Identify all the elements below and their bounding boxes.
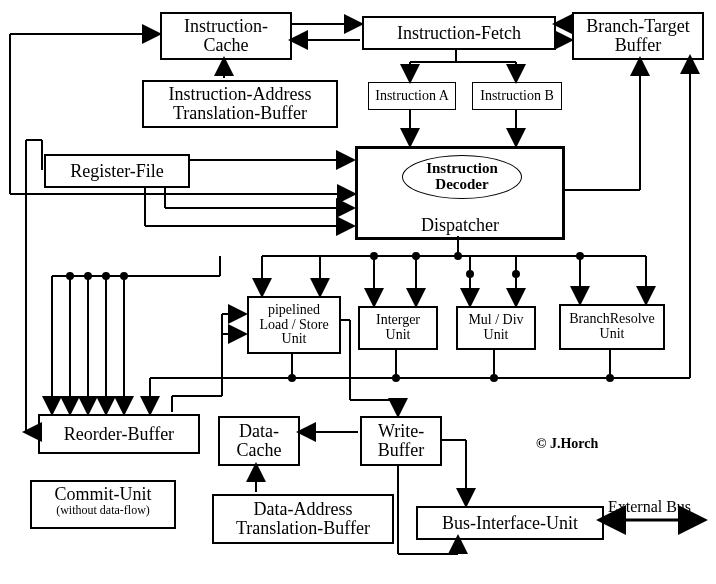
data-cache: Data- Cache — [218, 416, 300, 466]
instruction-b: Instruction B — [472, 82, 562, 110]
svg-point-51 — [121, 273, 127, 279]
dispatcher-label: Dispatcher — [358, 216, 562, 235]
svg-point-38 — [467, 271, 473, 277]
credit: © J.Horch — [536, 436, 598, 452]
data-address-translation-buffer: Data-Address Translation-Buffer — [212, 494, 394, 544]
svg-point-62 — [607, 375, 613, 381]
bus-interface-unit: Bus-Interface-Unit — [416, 506, 604, 540]
reorder-buffer: Reorder-Buffer — [38, 414, 200, 454]
svg-point-35 — [371, 253, 377, 259]
write-buffer: Write- Buffer — [360, 416, 442, 466]
svg-point-48 — [67, 273, 73, 279]
svg-point-40 — [577, 253, 583, 259]
pipelined-load-store-unit: pipelined Load / Store Unit — [247, 296, 341, 354]
branch-resolve-unit: BranchResolve Unit — [559, 304, 665, 350]
svg-point-60 — [393, 375, 399, 381]
instruction-address-translation-buffer: Instruction-Address Translation-Buffer — [142, 80, 338, 128]
commit-unit-sublabel: (without data-flow) — [32, 504, 174, 517]
dispatcher-box: Instruction Decoder Dispatcher — [355, 146, 565, 240]
svg-point-50 — [103, 273, 109, 279]
instruction-a: Instruction A — [368, 82, 456, 110]
commit-unit-label: Commit-Unit — [32, 485, 174, 504]
mul-div-unit: Mul / Div Unit — [456, 306, 536, 350]
svg-point-37 — [455, 253, 461, 259]
svg-point-49 — [85, 273, 91, 279]
instruction-fetch: Instruction-Fetch — [362, 16, 556, 50]
branch-target-buffer: Branch-Target Buffer — [572, 12, 704, 60]
integer-unit: Interger Unit — [358, 306, 438, 350]
svg-point-39 — [513, 271, 519, 277]
register-file: Register-File — [44, 154, 190, 188]
commit-unit: Commit-Unit (without data-flow) — [30, 480, 176, 529]
svg-point-61 — [491, 375, 497, 381]
svg-point-36 — [413, 253, 419, 259]
instruction-decoder: Instruction Decoder — [402, 155, 522, 199]
external-bus-label: External Bus — [608, 498, 691, 516]
svg-point-59 — [289, 375, 295, 381]
instruction-cache: Instruction- Cache — [160, 12, 292, 60]
